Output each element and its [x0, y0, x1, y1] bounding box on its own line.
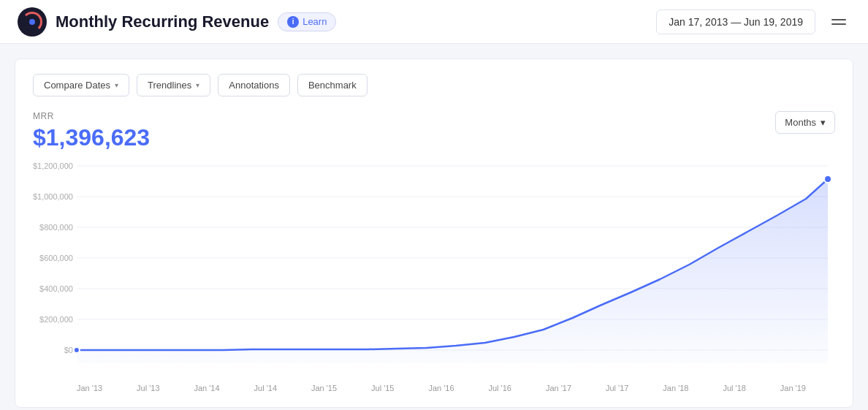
x-label-0: Jan '13	[77, 384, 102, 392]
benchmark-button[interactable]: Benchmark	[297, 74, 368, 96]
x-label-7: Jul '16	[488, 384, 511, 392]
metric-info: MRR $1,396,623	[33, 111, 150, 151]
trendlines-label: Trendlines	[148, 80, 191, 91]
svg-text:$0: $0	[64, 346, 73, 354]
header-left: Monthly Recurring Revenue i Learn	[18, 7, 336, 37]
x-label-5: Jul '15	[371, 384, 394, 392]
x-label-11: Jul '18	[723, 384, 745, 392]
x-label-6: Jan '16	[428, 384, 454, 392]
svg-text:$200,000: $200,000	[39, 315, 73, 324]
svg-text:$1,200,000: $1,200,000	[33, 162, 73, 170]
annotations-label: Annotations	[229, 80, 279, 91]
date-range[interactable]: Jan 17, 2013 — Jun 19, 2019	[656, 10, 815, 34]
learn-button[interactable]: i Learn	[278, 12, 336, 31]
x-label-1: Jul '13	[137, 384, 159, 392]
annotations-button[interactable]: Annotations	[218, 74, 290, 96]
chevron-down-icon-2: ▾	[196, 81, 199, 89]
logo-icon	[22, 12, 42, 32]
chart-area: $1,200,000 $1,000,000 $800,000 $600,000 …	[33, 159, 835, 378]
svg-point-14	[824, 175, 831, 183]
compare-dates-label: Compare Dates	[44, 80, 110, 91]
benchmark-label: Benchmark	[308, 80, 357, 91]
x-label-9: Jul '17	[606, 384, 628, 392]
svg-text:$600,000: $600,000	[39, 254, 73, 262]
chevron-down-icon: ▾	[115, 81, 118, 89]
x-label-2: Jan '14	[194, 384, 219, 392]
x-label-4: Jan '15	[311, 384, 337, 392]
chart-header: MRR $1,396,623 Months ▾	[33, 111, 835, 151]
menu-line-1	[831, 19, 846, 20]
months-selector[interactable]: Months ▾	[775, 111, 835, 134]
svg-text:$400,000: $400,000	[39, 284, 73, 293]
menu-line-2	[831, 23, 846, 25]
menu-button[interactable]	[827, 15, 850, 29]
x-label-10: Jan '18	[663, 384, 688, 392]
x-label-3: Jul '14	[254, 384, 277, 392]
months-label: Months	[785, 117, 816, 128]
trendlines-button[interactable]: Trendlines ▾	[137, 74, 210, 96]
compare-dates-button[interactable]: Compare Dates ▾	[33, 74, 129, 96]
info-icon: i	[287, 16, 299, 28]
learn-label: Learn	[302, 16, 327, 27]
header-right: Jan 17, 2013 — Jun 19, 2019	[656, 10, 850, 34]
x-label-12: Jan '19	[780, 384, 806, 392]
app-logo	[18, 7, 47, 37]
svg-text:$1,000,000: $1,000,000	[33, 192, 73, 201]
app-header: Monthly Recurring Revenue i Learn Jan 17…	[0, 0, 868, 44]
toolbar: Compare Dates ▾ Trendlines ▾ Annotations…	[33, 74, 835, 96]
x-axis: Jan '13 Jul '13 Jan '14 Jul '14 Jan '15 …	[33, 378, 835, 392]
svg-text:$800,000: $800,000	[39, 223, 73, 232]
metric-label: MRR	[33, 111, 150, 121]
chart-svg: $1,200,000 $1,000,000 $800,000 $600,000 …	[33, 159, 835, 378]
svg-point-15	[74, 347, 80, 353]
main-content: Compare Dates ▾ Trendlines ▾ Annotations…	[15, 58, 853, 408]
page-title: Monthly Recurring Revenue	[56, 12, 269, 31]
x-label-8: Jan '17	[546, 384, 571, 392]
metric-value: $1,396,623	[33, 124, 150, 151]
chevron-down-icon-3: ▾	[821, 117, 826, 128]
